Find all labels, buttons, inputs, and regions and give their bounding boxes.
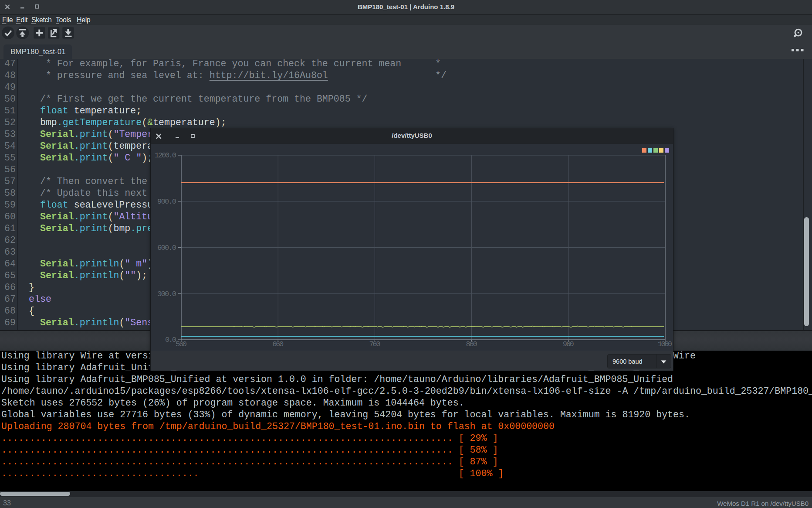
svg-text:0.0: 0.0 <box>165 336 176 344</box>
svg-text:760: 760 <box>369 340 380 348</box>
svg-text:1200.0: 1200.0 <box>155 151 176 160</box>
svg-text:860: 860 <box>466 340 477 348</box>
svg-text:1060: 1060 <box>658 340 672 348</box>
svg-text:560: 560 <box>176 340 187 348</box>
svg-text:960: 960 <box>563 340 574 348</box>
svg-text:660: 660 <box>272 340 284 348</box>
svg-text:600.0: 600.0 <box>157 244 176 252</box>
svg-text:900.0: 900.0 <box>157 198 176 206</box>
svg-text:300.0: 300.0 <box>157 290 176 298</box>
